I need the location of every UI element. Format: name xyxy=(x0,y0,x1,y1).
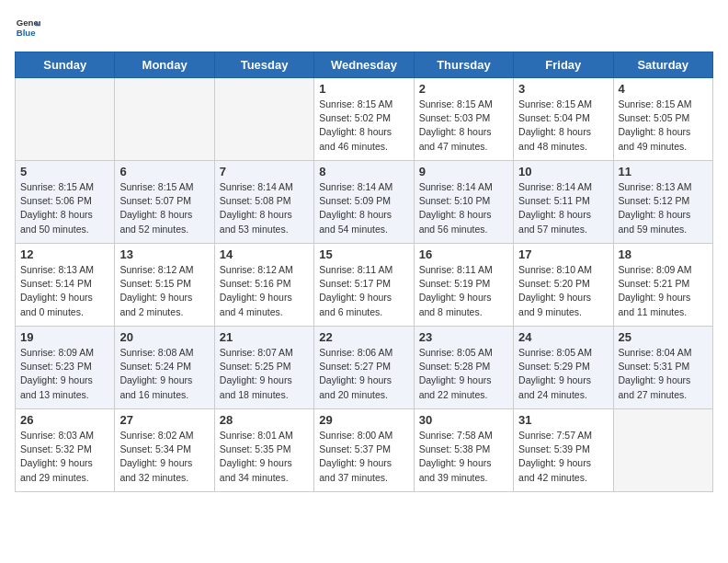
day-info: Sunrise: 8:15 AM Sunset: 5:06 PM Dayligh… xyxy=(20,180,109,236)
logo: General Blue xyxy=(15,15,44,40)
weekday-saturday: Saturday xyxy=(613,52,712,78)
calendar-cell: 13Sunrise: 8:12 AM Sunset: 5:15 PM Dayli… xyxy=(115,244,214,327)
day-info: Sunrise: 8:08 AM Sunset: 5:24 PM Dayligh… xyxy=(119,346,209,402)
calendar-cell: 23Sunrise: 8:05 AM Sunset: 5:28 PM Dayli… xyxy=(414,327,513,409)
day-info: Sunrise: 8:07 AM Sunset: 5:25 PM Dayligh… xyxy=(220,346,309,402)
calendar-cell: 7Sunrise: 8:14 AM Sunset: 5:08 PM Daylig… xyxy=(214,161,313,244)
calendar-cell: 20Sunrise: 8:08 AM Sunset: 5:24 PM Dayli… xyxy=(115,327,214,409)
weekday-tuesday: Tuesday xyxy=(214,52,313,78)
day-info: Sunrise: 8:11 AM Sunset: 5:19 PM Dayligh… xyxy=(419,263,508,319)
logo-icon: General Blue xyxy=(15,15,40,40)
day-number: 20 xyxy=(119,330,209,344)
day-info: Sunrise: 8:15 AM Sunset: 5:07 PM Dayligh… xyxy=(119,180,209,236)
day-info: Sunrise: 8:15 AM Sunset: 5:05 PM Dayligh… xyxy=(619,98,708,154)
calendar-cell: 22Sunrise: 8:06 AM Sunset: 5:27 PM Dayli… xyxy=(314,327,414,409)
day-info: Sunrise: 8:14 AM Sunset: 5:11 PM Dayligh… xyxy=(518,180,608,236)
calendar-cell: 3Sunrise: 8:15 AM Sunset: 5:04 PM Daylig… xyxy=(514,78,613,161)
calendar-cell: 28Sunrise: 8:01 AM Sunset: 5:35 PM Dayli… xyxy=(214,409,313,492)
calendar-cell: 26Sunrise: 8:03 AM Sunset: 5:32 PM Dayli… xyxy=(16,409,115,492)
calendar-cell: 17Sunrise: 8:10 AM Sunset: 5:20 PM Dayli… xyxy=(514,244,613,327)
day-number: 5 xyxy=(20,165,109,178)
day-info: Sunrise: 8:05 AM Sunset: 5:29 PM Dayligh… xyxy=(518,346,608,402)
calendar-cell: 27Sunrise: 8:02 AM Sunset: 5:34 PM Dayli… xyxy=(115,409,214,492)
day-number: 23 xyxy=(419,330,508,344)
calendar-cell: 6Sunrise: 8:15 AM Sunset: 5:07 PM Daylig… xyxy=(115,161,214,244)
day-number: 12 xyxy=(20,247,109,261)
day-number: 31 xyxy=(518,413,608,427)
calendar-cell xyxy=(613,409,712,492)
day-number: 18 xyxy=(619,247,708,261)
day-number: 11 xyxy=(619,165,708,178)
day-info: Sunrise: 8:11 AM Sunset: 5:17 PM Dayligh… xyxy=(319,263,408,319)
calendar-cell: 29Sunrise: 8:00 AM Sunset: 5:37 PM Dayli… xyxy=(314,409,414,492)
weekday-friday: Friday xyxy=(514,52,613,78)
weekday-monday: Monday xyxy=(115,52,214,78)
day-info: Sunrise: 8:00 AM Sunset: 5:37 PM Dayligh… xyxy=(319,429,408,485)
day-number: 7 xyxy=(220,165,309,178)
day-info: Sunrise: 8:13 AM Sunset: 5:12 PM Dayligh… xyxy=(619,180,708,236)
calendar-week-row: 19Sunrise: 8:09 AM Sunset: 5:23 PM Dayli… xyxy=(16,327,713,409)
day-number: 9 xyxy=(419,165,508,178)
day-info: Sunrise: 8:03 AM Sunset: 5:32 PM Dayligh… xyxy=(20,429,109,485)
day-info: Sunrise: 8:14 AM Sunset: 5:09 PM Dayligh… xyxy=(319,180,408,236)
day-info: Sunrise: 8:02 AM Sunset: 5:34 PM Dayligh… xyxy=(119,429,209,485)
calendar-table: SundayMondayTuesdayWednesdayThursdayFrid… xyxy=(15,52,713,492)
calendar-cell: 25Sunrise: 8:04 AM Sunset: 5:31 PM Dayli… xyxy=(613,327,712,409)
calendar-cell: 31Sunrise: 7:57 AM Sunset: 5:39 PM Dayli… xyxy=(514,409,613,492)
day-info: Sunrise: 8:01 AM Sunset: 5:35 PM Dayligh… xyxy=(220,429,309,485)
day-number: 22 xyxy=(319,330,408,344)
calendar-week-row: 5Sunrise: 8:15 AM Sunset: 5:06 PM Daylig… xyxy=(16,161,713,244)
calendar-cell: 9Sunrise: 8:14 AM Sunset: 5:10 PM Daylig… xyxy=(414,161,513,244)
calendar-cell: 4Sunrise: 8:15 AM Sunset: 5:05 PM Daylig… xyxy=(613,78,712,161)
calendar-cell: 16Sunrise: 8:11 AM Sunset: 5:19 PM Dayli… xyxy=(414,244,513,327)
day-number: 28 xyxy=(220,413,309,427)
day-info: Sunrise: 8:14 AM Sunset: 5:10 PM Dayligh… xyxy=(419,180,508,236)
weekday-thursday: Thursday xyxy=(414,52,513,78)
day-info: Sunrise: 8:12 AM Sunset: 5:15 PM Dayligh… xyxy=(119,263,209,319)
day-number: 26 xyxy=(20,413,109,427)
day-number: 17 xyxy=(518,247,608,261)
calendar-cell xyxy=(214,78,313,161)
day-info: Sunrise: 8:15 AM Sunset: 5:02 PM Dayligh… xyxy=(319,98,408,154)
day-number: 16 xyxy=(419,247,508,261)
svg-text:Blue: Blue xyxy=(17,28,36,38)
day-info: Sunrise: 8:06 AM Sunset: 5:27 PM Dayligh… xyxy=(319,346,408,402)
day-number: 30 xyxy=(419,413,508,427)
day-number: 8 xyxy=(319,165,408,178)
calendar-cell: 8Sunrise: 8:14 AM Sunset: 5:09 PM Daylig… xyxy=(314,161,414,244)
calendar-cell: 11Sunrise: 8:13 AM Sunset: 5:12 PM Dayli… xyxy=(613,161,712,244)
day-info: Sunrise: 8:15 AM Sunset: 5:04 PM Dayligh… xyxy=(518,98,608,154)
calendar-cell: 30Sunrise: 7:58 AM Sunset: 5:38 PM Dayli… xyxy=(414,409,513,492)
calendar-cell: 12Sunrise: 8:13 AM Sunset: 5:14 PM Dayli… xyxy=(16,244,115,327)
day-info: Sunrise: 7:58 AM Sunset: 5:38 PM Dayligh… xyxy=(419,429,508,485)
day-number: 1 xyxy=(319,82,408,96)
day-info: Sunrise: 7:57 AM Sunset: 5:39 PM Dayligh… xyxy=(518,429,608,485)
day-info: Sunrise: 8:14 AM Sunset: 5:08 PM Dayligh… xyxy=(220,180,309,236)
calendar-cell: 10Sunrise: 8:14 AM Sunset: 5:11 PM Dayli… xyxy=(514,161,613,244)
weekday-header-row: SundayMondayTuesdayWednesdayThursdayFrid… xyxy=(16,52,713,78)
day-number: 14 xyxy=(220,247,309,261)
calendar-cell xyxy=(16,78,115,161)
day-info: Sunrise: 8:13 AM Sunset: 5:14 PM Dayligh… xyxy=(20,263,109,319)
day-info: Sunrise: 8:04 AM Sunset: 5:31 PM Dayligh… xyxy=(619,346,708,402)
day-number: 10 xyxy=(518,165,608,178)
day-info: Sunrise: 8:10 AM Sunset: 5:20 PM Dayligh… xyxy=(518,263,608,319)
day-number: 25 xyxy=(619,330,708,344)
day-number: 27 xyxy=(119,413,209,427)
calendar-header: SundayMondayTuesdayWednesdayThursdayFrid… xyxy=(16,52,713,78)
day-info: Sunrise: 8:05 AM Sunset: 5:28 PM Dayligh… xyxy=(419,346,508,402)
calendar-cell: 14Sunrise: 8:12 AM Sunset: 5:16 PM Dayli… xyxy=(214,244,313,327)
day-number: 15 xyxy=(319,247,408,261)
calendar-cell: 5Sunrise: 8:15 AM Sunset: 5:06 PM Daylig… xyxy=(16,161,115,244)
weekday-sunday: Sunday xyxy=(16,52,115,78)
calendar-body: 1Sunrise: 8:15 AM Sunset: 5:02 PM Daylig… xyxy=(16,78,713,492)
weekday-wednesday: Wednesday xyxy=(314,52,414,78)
day-info: Sunrise: 8:09 AM Sunset: 5:21 PM Dayligh… xyxy=(619,263,708,319)
calendar-cell: 19Sunrise: 8:09 AM Sunset: 5:23 PM Dayli… xyxy=(16,327,115,409)
calendar-cell: 24Sunrise: 8:05 AM Sunset: 5:29 PM Dayli… xyxy=(514,327,613,409)
day-number: 4 xyxy=(619,82,708,96)
calendar-cell: 15Sunrise: 8:11 AM Sunset: 5:17 PM Dayli… xyxy=(314,244,414,327)
calendar-week-row: 12Sunrise: 8:13 AM Sunset: 5:14 PM Dayli… xyxy=(16,244,713,327)
day-number: 21 xyxy=(220,330,309,344)
day-number: 2 xyxy=(419,82,508,96)
